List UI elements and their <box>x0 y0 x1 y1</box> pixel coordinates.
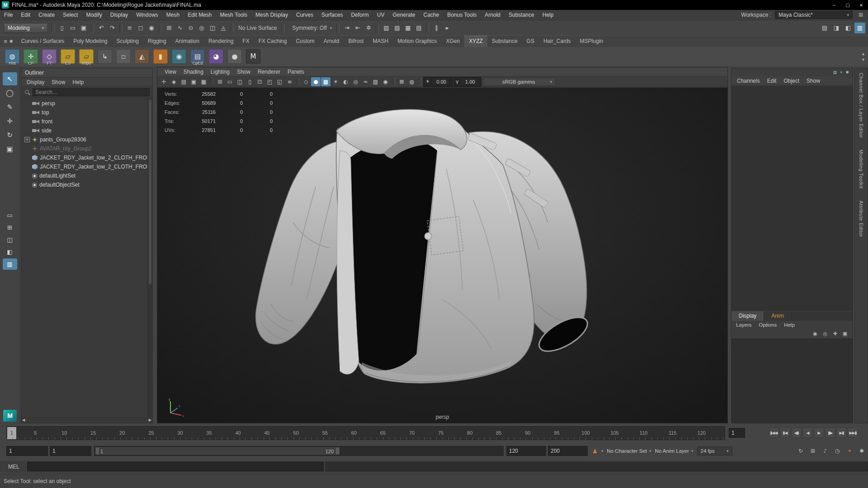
lasso-tool[interactable]: ◯ <box>3 86 17 99</box>
range-slider-bar[interactable]: 1 120 <box>95 447 340 455</box>
panel-gear-icon[interactable]: ✱ <box>845 70 849 75</box>
menu-item[interactable]: Surfaces <box>317 10 347 20</box>
playback-speed-icon[interactable]: ◷ <box>833 446 842 455</box>
character-set-select[interactable]: No Character Set ▾ <box>607 448 651 454</box>
fps-select[interactable]: 24 fps ▾ <box>697 446 732 455</box>
gamma-field[interactable]: γ 1.00 <box>453 77 482 87</box>
playback-loop-icon[interactable]: ↻ <box>796 446 805 455</box>
status-line-item[interactable] <box>91 23 94 33</box>
outliner-item[interactable]: defaultLightSet <box>21 171 152 180</box>
pause-viewport-icon[interactable]: ‖ <box>431 23 442 33</box>
viewport-menu-item[interactable]: Lighting <box>207 67 233 76</box>
layer-playback-icon[interactable]: ◎ <box>821 330 829 337</box>
menu-item[interactable]: Substance <box>505 10 538 20</box>
safe-action-icon[interactable]: ◰ <box>265 77 274 86</box>
viewport-menu-item[interactable]: Renderer <box>254 67 284 76</box>
outliner-search-input[interactable] <box>33 88 150 96</box>
shaded-icon[interactable]: ● <box>311 77 321 86</box>
lock-camera-icon[interactable]: ◈ <box>169 77 179 86</box>
viewport-menu-item[interactable]: Shading <box>180 67 207 76</box>
scroll-right-icon[interactable]: ▶ <box>149 418 151 423</box>
menu-item[interactable]: Windows <box>132 10 162 20</box>
menu-item[interactable]: Bonus Tools <box>443 10 481 20</box>
maximize-button[interactable]: ▢ <box>841 0 854 10</box>
gate-mask-icon[interactable]: ▯ <box>245 77 255 86</box>
menu-item[interactable]: Select <box>59 10 82 20</box>
shelf-tab[interactable]: FX <box>238 36 254 47</box>
shelf-menu-icon[interactable]: ≣ <box>4 39 7 44</box>
playback-start-field[interactable] <box>50 446 91 456</box>
depth-of-field-icon[interactable]: ◉ <box>381 77 390 86</box>
outliner-item[interactable]: + pants_Group28306 <box>21 135 152 144</box>
shelf-ft-button[interactable]: ◇ FT <box>41 47 58 66</box>
shelf-sphere-button[interactable]: ● <box>226 47 243 66</box>
viewport-toolbar-item[interactable] <box>418 78 421 85</box>
field-chart-icon[interactable]: ⊡ <box>255 77 264 86</box>
status-line-item[interactable] <box>52 23 55 33</box>
viewport-canvas[interactable]: Verts: 25582 0 0 Edges: 50689 0 0 Faces:… <box>157 88 727 423</box>
outliner-item[interactable]: front <box>21 117 152 126</box>
textured-icon[interactable]: ▩ <box>321 77 330 86</box>
command-line-input[interactable] <box>27 462 324 471</box>
shelf-spheres-button[interactable]: ◉ <box>170 47 188 66</box>
step-back-key-button[interactable]: ◀▮ <box>791 427 802 438</box>
layout-custom[interactable]: ▥ <box>3 258 17 270</box>
modeling-toolkit-toggle[interactable]: ▤ <box>819 23 830 33</box>
sidebar-tab[interactable]: Modeling Toolkit <box>859 150 864 189</box>
expand-toggle[interactable] <box>24 155 30 160</box>
expand-toggle[interactable] <box>24 164 30 169</box>
layer-list-area[interactable] <box>731 338 853 423</box>
channel-box-toggle[interactable]: ▥ <box>854 23 865 33</box>
outliner-title[interactable]: Outliner <box>21 68 152 78</box>
channel-box-area[interactable] <box>731 86 853 310</box>
view-axis-icon[interactable]: ✛ <box>159 77 169 86</box>
no-live-surface-label[interactable]: No Live Surface <box>236 25 279 31</box>
menu-item[interactable]: Deform <box>347 10 373 20</box>
menu-item[interactable]: Arnold <box>481 10 505 20</box>
tool-settings-toggle[interactable]: ◧ <box>843 23 854 33</box>
layout-two-pane[interactable]: ◫ <box>3 234 17 245</box>
snap-projected-center-icon[interactable]: ◎ <box>196 23 207 33</box>
move-tool[interactable]: ✛ <box>3 114 17 127</box>
hud-toggle-icon[interactable]: ≡ <box>285 77 294 86</box>
shelf-barrel-button[interactable]: ▮ <box>152 47 169 66</box>
view-transform-select[interactable]: sRGB gamma ▾ <box>483 78 556 86</box>
menu-set-select[interactable]: Modeling ▾ <box>4 23 48 33</box>
flyout-icon[interactable]: ▸ <box>442 23 453 33</box>
shelf-m-script-button[interactable]: M <box>245 47 262 66</box>
expand-toggle[interactable] <box>24 182 30 188</box>
shelf-tab[interactable]: MASH <box>368 36 393 47</box>
status-line-item[interactable] <box>231 23 234 33</box>
range-end-handle[interactable] <box>336 448 339 454</box>
go-to-end-button[interactable]: ▶▶▮ <box>848 427 858 438</box>
render-view-icon[interactable]: ▧ <box>381 23 392 33</box>
shelf-tab[interactable]: XYZZ <box>464 36 487 47</box>
shelf-tab[interactable]: Motion Graphics <box>393 36 441 47</box>
xray-icon[interactable]: ◍ <box>407 77 416 86</box>
resolution-gate-icon[interactable]: ◫ <box>235 77 245 86</box>
menu-item[interactable]: Generate <box>388 10 419 20</box>
add-layer-icon[interactable]: ✚ <box>831 330 839 337</box>
expand-toggle[interactable] <box>24 173 30 178</box>
shelf-tab[interactable]: Hair_Cards <box>539 36 576 47</box>
layer-editor-tab[interactable]: Anim <box>764 311 791 321</box>
menu-item[interactable]: Modify <box>82 10 106 20</box>
select-hierarchy-icon[interactable]: ≡ <box>124 23 135 33</box>
shelf-tab[interactable]: Poly Modeling <box>69 36 112 47</box>
expand-toggle[interactable] <box>24 146 30 151</box>
shelf-tab[interactable]: FX Caching <box>254 36 292 47</box>
viewport-menu-item[interactable]: Show <box>233 67 254 76</box>
snap-view-plane-icon[interactable]: ◫ <box>207 23 218 33</box>
camera-attributes-icon[interactable]: ▤ <box>179 77 189 86</box>
outliner-h-scrollbar[interactable]: ◀ ▶ <box>21 417 152 423</box>
current-frame-field[interactable] <box>729 428 745 438</box>
status-line-item[interactable] <box>281 23 284 33</box>
shelf-cped-button[interactable]: ▤ CpEd <box>189 47 206 66</box>
expand-toggle[interactable] <box>24 128 30 133</box>
safe-title-icon[interactable]: ◱ <box>275 77 284 86</box>
status-line-item[interactable] <box>159 23 162 33</box>
step-forward-frame-button[interactable]: ▶▮ <box>836 427 847 438</box>
motion-blur-icon[interactable]: ≈ <box>361 77 370 86</box>
menu-item[interactable]: Mesh <box>162 10 184 20</box>
menu-item[interactable]: Help <box>538 10 558 20</box>
